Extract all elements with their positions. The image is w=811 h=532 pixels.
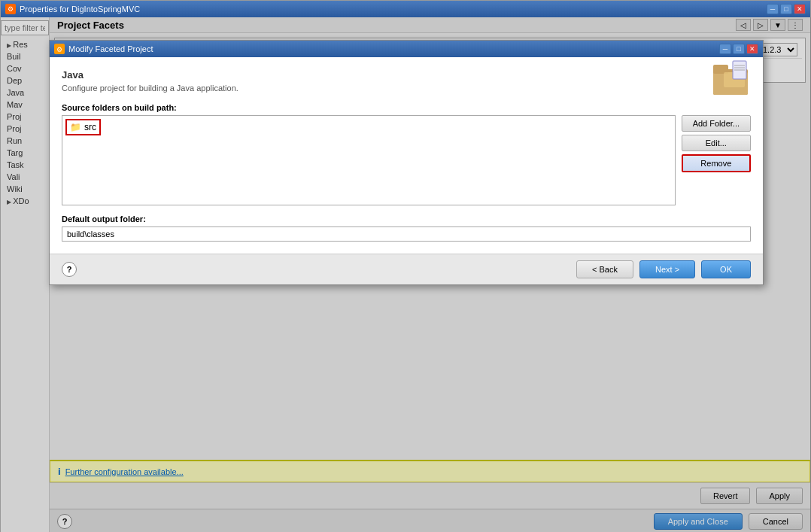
dialog-body: Java Configure project for building a Ja… [50, 57, 763, 254]
title-bar: ⚙ Properties for DigIntoSpringMVC ─ □ ✕ [1, 1, 810, 17]
src-folder-icon: 📁 [70, 122, 81, 132]
source-buttons: Add Folder... Edit... Remove [682, 115, 751, 205]
svg-text:⚙: ⚙ [56, 46, 62, 53]
source-folders-container: 📁 src Add Folder... Edit... Remove [62, 115, 751, 205]
java-folder-icon [712, 57, 751, 96]
restore-btn[interactable]: □ [780, 4, 792, 14]
add-folder-button[interactable]: Add Folder... [682, 115, 751, 132]
title-controls: ─ □ ✕ [767, 4, 806, 14]
source-list: 📁 src [62, 115, 676, 205]
dialog-footer: ? < Back Next > OK [50, 254, 763, 284]
modify-faceted-dialog: ⚙ Modify Faceted Project ─ □ ✕ [49, 40, 764, 285]
main-window: ⚙ Properties for DigIntoSpringMVC ─ □ ✕ … [0, 0, 811, 532]
source-label: Source folders on build path: [62, 103, 751, 112]
source-item-src[interactable]: 📁 src [65, 119, 101, 135]
src-folder-label: src [84, 122, 96, 132]
edit-button[interactable]: Edit... [682, 135, 751, 151]
window-icon: ⚙ [5, 4, 16, 14]
dialog-title-bar: ⚙ Modify Faceted Project ─ □ ✕ [50, 41, 763, 57]
close-btn[interactable]: ✕ [794, 4, 806, 14]
dialog-minimize-btn[interactable]: ─ [719, 44, 731, 54]
remove-button[interactable]: Remove [682, 154, 751, 172]
dialog-section-title: Java [62, 69, 751, 81]
minimize-btn[interactable]: ─ [767, 4, 779, 14]
window-title: Properties for DigIntoSpringMVC [20, 5, 140, 14]
dialog-help-btn[interactable]: ? [62, 262, 77, 277]
dialog-section-desc: Configure project for building a Java ap… [62, 84, 751, 93]
dialog-title: Modify Faceted Project [68, 44, 153, 53]
dialog-restore-btn[interactable]: □ [733, 44, 745, 54]
output-input[interactable] [62, 226, 751, 242]
dialog-close-btn[interactable]: ✕ [746, 44, 758, 54]
dialog-next-btn[interactable]: Next > [639, 260, 695, 278]
dialog-overlay: ⚙ Modify Faceted Project ─ □ ✕ [1, 17, 811, 532]
dialog-title-icon: ⚙ [54, 44, 65, 54]
output-label: Default output folder: [62, 214, 751, 223]
dialog-back-btn[interactable]: < Back [576, 260, 633, 278]
dialog-ok-btn[interactable]: OK [701, 260, 751, 278]
dialog-title-controls: ─ □ ✕ [719, 44, 758, 54]
java-icon-area [712, 57, 751, 99]
